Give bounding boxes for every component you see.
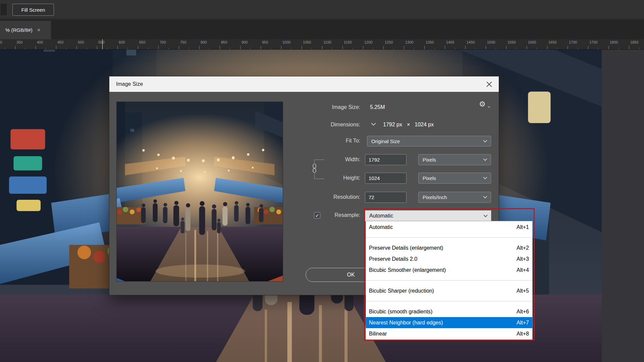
fit-to-value: Original Size: [371, 138, 400, 144]
dimensions-chevron-icon[interactable]: [371, 123, 376, 126]
ruler-tick: [527, 46, 527, 49]
height-unit-dropdown[interactable]: Pixels: [418, 173, 491, 184]
ruler-label: 550: [98, 40, 104, 44]
ruler-label: 400: [37, 40, 43, 44]
ruler-label: 1700: [569, 40, 577, 44]
image-size-label: Image Size:: [286, 104, 360, 111]
ruler-label: 1100: [323, 40, 331, 44]
resample-value: Automatic: [369, 213, 393, 219]
menu-item[interactable]: Bicubic Smoother (enlargement)Alt+4: [366, 264, 532, 276]
tab-close-icon[interactable]: ×: [37, 27, 41, 34]
ruler-label: 650: [139, 40, 145, 44]
dimensions-times-sign: ×: [407, 121, 410, 128]
resample-dropdown[interactable]: Automatic: [365, 210, 491, 222]
ruler-label: 1450: [467, 40, 475, 44]
dialog-titlebar[interactable]: Image Size: [109, 76, 499, 92]
fit-to-label: Fit To:: [286, 137, 360, 144]
resolution-label: Resolution:: [286, 194, 360, 200]
link-icon[interactable]: [312, 163, 317, 173]
chevron-down-icon: [483, 215, 488, 218]
options-bar: Fill Screen: [0, 0, 644, 19]
menu-item-shortcut: Alt+5: [517, 288, 529, 294]
ruler-minor-tick: [250, 48, 251, 49]
document-tab-bar: % (RGB/8#) ×: [0, 19, 644, 39]
ruler-label: 1750: [589, 40, 597, 44]
width-label: Width:: [286, 156, 360, 163]
resolution-unit-dropdown[interactable]: Pixels/Inch: [418, 192, 491, 203]
ruler-minor-tick: [414, 48, 414, 49]
image-preview[interactable]: [116, 102, 283, 282]
ruler-tick: [15, 46, 15, 49]
ruler-label: 1350: [426, 40, 434, 44]
dimensions-width-value: 1792 px: [383, 121, 402, 128]
ruler-minor-tick: [5, 48, 5, 49]
ruler-minor-tick: [557, 48, 557, 49]
menu-item-shortcut: Alt+2: [517, 245, 529, 251]
fill-screen-button[interactable]: Fill Screen: [12, 4, 54, 16]
ruler-minor-tick: [639, 48, 639, 49]
ruler-tick: [404, 46, 404, 49]
ruler-minor-tick: [373, 48, 373, 49]
ruler-minor-tick: [619, 48, 619, 49]
resolution-input[interactable]: [365, 192, 407, 203]
menu-item[interactable]: BilinearAlt+8: [366, 328, 532, 339]
dimensions-height-value: 1024 px: [415, 121, 434, 128]
ruler-minor-tick: [312, 48, 312, 49]
ruler-minor-tick: [291, 48, 291, 49]
ruler-tick: [302, 46, 302, 49]
ruler-minor-tick: [209, 48, 210, 49]
ruler-label: 800: [201, 40, 207, 44]
menu-item-shortcut: Alt+7: [517, 320, 529, 326]
width-unit-dropdown[interactable]: Pixels: [418, 154, 491, 165]
menu-item-label: Bicubic (smooth gradients): [369, 309, 432, 315]
ruler-minor-tick: [332, 48, 332, 49]
ruler-label: 1800: [610, 40, 618, 44]
ruler-tick: [588, 46, 588, 49]
ruler-label: 300: [0, 40, 2, 44]
ruler-minor-tick: [516, 48, 517, 49]
chevron-down-icon: [483, 196, 487, 199]
ruler-tick: [383, 46, 384, 49]
ruler-label: 950: [262, 40, 268, 44]
menu-item[interactable]: Nearest Neighbor (hard edges)Alt+7: [366, 317, 532, 328]
chevron-down-icon: [483, 140, 487, 143]
ruler-tick: [629, 46, 629, 49]
ruler-minor-tick: [455, 48, 455, 49]
ruler-minor-tick: [168, 48, 169, 49]
height-input[interactable]: [365, 173, 407, 184]
ruler-minor-tick: [87, 48, 87, 49]
toolbar-chip: [0, 3, 7, 16]
dialog-title: Image Size: [116, 81, 143, 87]
height-unit-value: Pixels: [423, 175, 436, 181]
document-tab[interactable]: % (RGB/8#) ×: [0, 21, 51, 39]
ruler-tick: [465, 46, 466, 49]
ruler-minor-tick: [271, 48, 271, 49]
ruler-tick: [486, 46, 486, 49]
ruler-minor-tick: [475, 48, 476, 49]
pasteboard: [602, 50, 644, 362]
dialog-close-icon[interactable]: [486, 81, 492, 87]
ruler-minor-tick: [127, 48, 128, 49]
menu-item[interactable]: Preserve Details (enlargement)Alt+2: [366, 242, 532, 253]
menu-item-label: Bilinear: [369, 331, 387, 337]
menu-item[interactable]: Bicubic Sharper (reduction)Alt+5: [366, 285, 532, 296]
menu-separator: [366, 280, 532, 281]
ruler-label: 1500: [487, 40, 495, 44]
fit-to-dropdown[interactable]: Original Size: [367, 136, 491, 146]
gear-icon[interactable]: ⚙: [479, 100, 486, 109]
width-input[interactable]: [365, 154, 407, 165]
ruler-label: 1050: [303, 40, 311, 44]
menu-item-label: Nearest Neighbor (hard edges): [369, 320, 443, 326]
menu-item-shortcut: Alt+3: [517, 256, 529, 262]
ruler-tick: [220, 46, 220, 49]
ruler-minor-tick: [148, 48, 148, 49]
ruler-minor-tick: [598, 48, 598, 49]
ruler-label: 1650: [548, 40, 556, 44]
menu-item[interactable]: Preserve Details 2.0Alt+3: [366, 253, 532, 264]
menu-item[interactable]: AutomaticAlt+1: [366, 222, 532, 233]
menu-item-shortcut: Alt+6: [517, 309, 529, 315]
ruler-tick: [199, 46, 200, 49]
menu-item-label: Preserve Details 2.0: [369, 256, 417, 262]
image-size-value: 5.25M: [370, 104, 385, 111]
menu-item[interactable]: Bicubic (smooth gradients)Alt+6: [366, 306, 532, 317]
